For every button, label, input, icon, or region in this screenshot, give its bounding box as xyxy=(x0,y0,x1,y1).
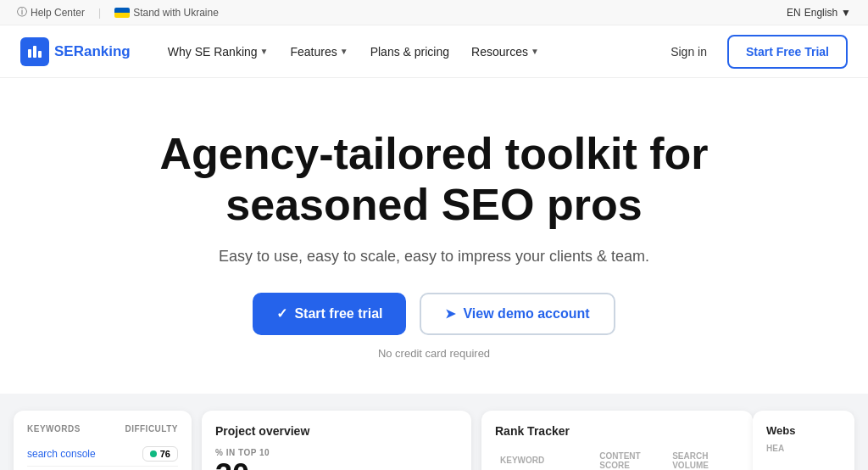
start-free-trial-button[interactable]: Start Free Trial xyxy=(727,35,848,69)
no-credit-card-note: No credit card required xyxy=(17,347,851,360)
pct-label: % IN TOP 10 xyxy=(215,448,458,457)
col-content-score xyxy=(571,448,594,470)
pct-value: 30 xyxy=(215,457,249,470)
demo-icon: ➤ xyxy=(445,306,456,322)
top-bar: ⓘ Help Center | Stand with Ukraine EN En… xyxy=(0,0,868,25)
ukraine-flag xyxy=(114,8,130,18)
logo-text: SERanking xyxy=(54,43,131,60)
nav-plans-pricing[interactable]: Plans & pricing xyxy=(360,38,459,65)
hero-subtitle: Easy to use, easy to scale, easy to impr… xyxy=(17,248,851,266)
chevron-down-icon: ▼ xyxy=(260,47,269,56)
nav-links: Why SE Ranking ▼ Features ▼ Plans & pric… xyxy=(158,38,549,65)
col-volume: SEARCH VOLUME xyxy=(667,448,739,470)
rank-table-header: KEYWORD CONTENT SCORE SEARCH VOLUME xyxy=(495,448,739,470)
keywords-card: KEYWORDS DIFFICULTY search console 76 we… xyxy=(14,411,192,470)
check-icon: ✓ xyxy=(276,305,287,322)
logo[interactable]: SERanking xyxy=(20,37,131,66)
main-nav: SERanking Why SE Ranking ▼ Features ▼ Pl… xyxy=(0,25,868,78)
language-selector[interactable]: EN English ▼ xyxy=(787,7,851,19)
rank-tracker-card: Rank Tracker KEYWORD CONTENT SCORE SEARC… xyxy=(481,411,753,470)
separator: | xyxy=(98,7,101,19)
rank-table: KEYWORD CONTENT SCORE SEARCH VOLUME chec… xyxy=(495,448,739,470)
col-keyword: KEYWORD xyxy=(495,448,571,470)
nav-features[interactable]: Features ▼ xyxy=(280,38,358,65)
col-content-score-label: CONTENT SCORE xyxy=(594,448,667,470)
start-free-trial-hero-button[interactable]: ✓ Start free trial xyxy=(253,293,406,335)
help-center-link[interactable]: ⓘ Help Center xyxy=(17,5,85,20)
web-card: Webs HEA xyxy=(753,411,854,470)
rank-tracker-title: Rank Tracker xyxy=(495,424,739,438)
keyword-row-1: search console 76 xyxy=(27,442,178,467)
ukraine-banner[interactable]: Stand with Ukraine xyxy=(114,7,219,19)
web-col-header: HEA xyxy=(766,444,841,453)
hero-title: Agency-tailored toolkit for seasoned SEO… xyxy=(86,129,782,231)
hero-section: Agency-tailored toolkit for seasoned SEO… xyxy=(0,78,868,394)
dot-icon xyxy=(150,450,157,457)
keywords-header: KEYWORDS DIFFICULTY xyxy=(27,424,178,434)
chevron-down-icon: ▼ xyxy=(531,47,539,56)
keyword-row-2: website checker 71 xyxy=(27,467,178,470)
nav-why-se-ranking[interactable]: Why SE Ranking ▼ xyxy=(158,38,279,65)
nav-right: Sign in Start Free Trial xyxy=(660,35,848,69)
view-demo-button[interactable]: ➤ View demo account xyxy=(420,293,615,335)
chevron-down-icon: ▼ xyxy=(340,47,348,56)
difficulty-badge-1: 76 xyxy=(142,446,178,462)
web-card-title: Webs xyxy=(766,424,841,437)
logo-icon xyxy=(20,37,49,66)
sign-in-link[interactable]: Sign in xyxy=(660,38,717,65)
project-overview-card: Project overview % IN TOP 10 30 2% ↑ xyxy=(202,411,471,470)
chevron-down-icon: ▼ xyxy=(841,7,851,19)
logo-bars xyxy=(28,46,42,58)
keyword-link[interactable]: search console xyxy=(27,448,96,460)
project-title: Project overview xyxy=(215,424,458,438)
help-icon: ⓘ xyxy=(17,5,27,20)
nav-resources[interactable]: Resources ▼ xyxy=(461,38,549,65)
hero-buttons: ✓ Start free trial ➤ View demo account xyxy=(17,293,851,335)
dashboard-preview: KEYWORDS DIFFICULTY search console 76 we… xyxy=(0,394,868,470)
